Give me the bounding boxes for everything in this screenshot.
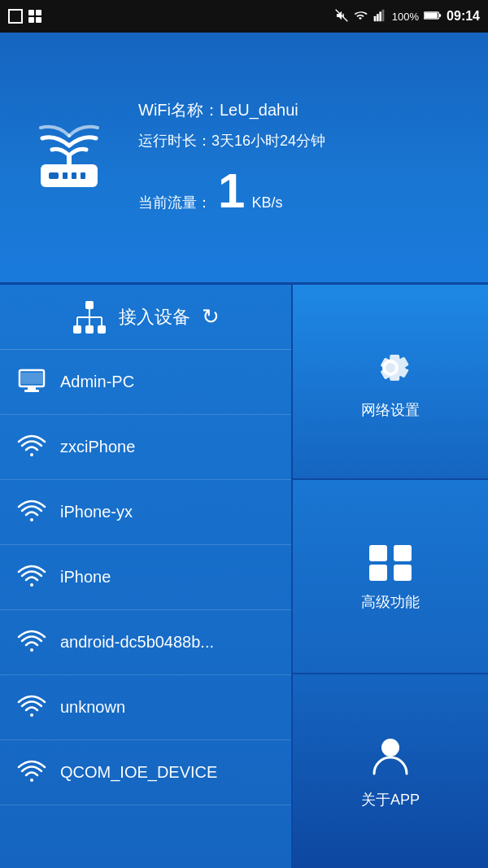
mute-icon [335, 9, 348, 24]
device-name: QCOM_IOE_DEVICE [60, 763, 217, 782]
app-icon-1 [8, 9, 23, 24]
about-app-button[interactable]: 关于APP [293, 674, 488, 868]
svg-rect-34 [394, 565, 412, 581]
traffic-row: 当前流量： 1 KB/s [138, 167, 464, 216]
router-icon [24, 111, 114, 204]
device-type-icon [16, 756, 47, 790]
device-name: android-dc5b0488b... [60, 633, 214, 652]
svg-rect-13 [49, 172, 59, 179]
svg-rect-31 [369, 545, 387, 561]
device-name: Admin-PC [60, 373, 134, 391]
status-right-icons: 100% 09:14 [335, 9, 480, 24]
svg-rect-6 [377, 14, 379, 21]
svg-rect-33 [369, 565, 387, 581]
device-list-item[interactable]: unknown [0, 675, 291, 740]
device-name: iPhone-yx [60, 503, 133, 521]
svg-rect-30 [21, 373, 42, 384]
status-time: 09:14 [447, 9, 480, 24]
device-list-item[interactable]: Admin-PC [0, 350, 291, 415]
device-type-icon [16, 430, 47, 465]
svg-rect-1 [36, 10, 41, 15]
advanced-features-label: 高级功能 [361, 592, 420, 612]
svg-rect-29 [24, 390, 39, 392]
svg-rect-18 [85, 301, 94, 309]
device-name: zxciPhone [60, 438, 135, 456]
svg-rect-19 [73, 325, 81, 334]
network-settings-label: 网络设置 [361, 400, 420, 420]
svg-rect-16 [81, 172, 85, 179]
device-list: Admin-PC zxciPhone iPhone-yx [0, 350, 291, 805]
svg-rect-7 [379, 11, 381, 21]
traffic-label: 当前流量： [138, 193, 211, 212]
wifi-name: WiFi名称：LeU_dahui [138, 99, 464, 121]
device-type-icon [16, 626, 47, 660]
device-panel-title: 接入设备 [119, 305, 190, 329]
wifi-status-icon [353, 9, 368, 24]
advanced-features-button[interactable]: 高级功能 [293, 480, 488, 675]
header-section: WiFi名称：LeU_dahui 运行时长：3天16小时24分钟 当前流量： 1… [0, 33, 488, 285]
svg-rect-0 [28, 10, 34, 15]
svg-rect-21 [98, 325, 106, 334]
device-list-item[interactable]: iPhone [0, 545, 291, 610]
svg-rect-8 [381, 9, 384, 21]
svg-rect-15 [72, 172, 76, 179]
uptime: 运行时长：3天16小时24分钟 [138, 131, 464, 150]
status-bar: 100% 09:14 [0, 0, 488, 33]
about-app-label: 关于APP [361, 790, 420, 809]
device-type-icon [16, 691, 47, 725]
main-content: 接入设备 ↻ Admin-PC zxciPhone [0, 285, 488, 868]
battery-label: 100% [392, 11, 419, 23]
device-type-icon [16, 365, 47, 399]
network-settings-button[interactable]: 网络设置 [293, 285, 488, 480]
svg-rect-32 [394, 545, 412, 561]
router-info: WiFi名称：LeU_dahui 运行时长：3天16小时24分钟 当前流量： 1… [138, 99, 464, 216]
device-name: iPhone [60, 568, 111, 587]
signal-icon [373, 9, 387, 24]
device-panel-header: 接入设备 ↻ [0, 285, 291, 350]
svg-rect-10 [425, 12, 438, 18]
svg-rect-14 [63, 172, 68, 179]
device-type-icon [16, 560, 47, 595]
status-left-icons [8, 9, 42, 24]
device-type-icon [16, 495, 47, 530]
traffic-unit: KB/s [251, 194, 282, 212]
svg-point-35 [381, 739, 399, 757]
device-list-item[interactable]: android-dc5b0488b... [0, 610, 291, 675]
device-name: unknown [60, 698, 125, 717]
traffic-value: 1 [218, 167, 245, 216]
function-panel: 网络设置 高级功能 关于APP [293, 285, 488, 868]
battery-icon [424, 10, 442, 24]
device-list-item[interactable]: QCOM_IOE_DEVICE [0, 740, 291, 805]
device-panel: 接入设备 ↻ Admin-PC zxciPhone [0, 285, 293, 868]
svg-rect-11 [439, 14, 442, 16]
svg-rect-2 [28, 17, 34, 23]
svg-rect-17 [67, 154, 72, 165]
device-list-item[interactable]: zxciPhone [0, 415, 291, 480]
svg-rect-3 [36, 17, 41, 23]
refresh-icon[interactable]: ↻ [202, 304, 220, 329]
device-list-item[interactable]: iPhone-yx [0, 480, 291, 545]
svg-rect-20 [85, 325, 94, 334]
svg-rect-5 [373, 15, 376, 21]
app-icon-2 [28, 9, 42, 24]
